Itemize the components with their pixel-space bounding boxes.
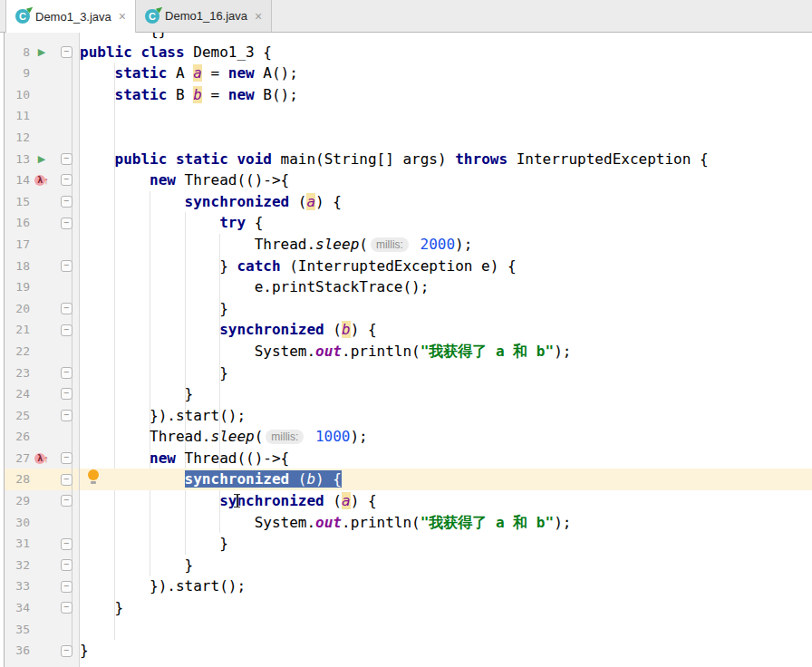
fold-marker-icon[interactable]: −: [61, 218, 72, 229]
tab-demo1-3-java[interactable]: C Demo1_3.java ×: [5, 0, 136, 33]
code-text[interactable]: Thread.sleep(millis: 2000);: [80, 234, 472, 256]
code-token-pl: {: [246, 214, 263, 231]
code-text[interactable]: synchronized (a) {: [80, 490, 377, 512]
code-text[interactable]: public class Demo1_3 {: [80, 42, 272, 63]
code-text[interactable]: new Thread(()->{: [80, 169, 289, 191]
fold-marker-icon[interactable]: −: [61, 645, 72, 657]
code-token-pl: }).start();: [80, 577, 246, 594]
code-token-num: 1000: [315, 428, 351, 445]
fold-column: −: [53, 383, 79, 405]
code-text[interactable]: }: [80, 533, 228, 555]
code-token-pl: }).start();: [80, 407, 246, 424]
code-token-pl: [80, 321, 219, 338]
code-text[interactable]: {}: [80, 33, 167, 42]
code-text[interactable]: }: [80, 555, 193, 576]
code-token-kw: static: [115, 64, 168, 82]
code-line-18: 18− } catch (InterruptedException e) {: [0, 256, 812, 277]
code-token-pl: (: [255, 428, 264, 445]
code-text[interactable]: e.printStackTrace();: [80, 276, 429, 298]
code-token-pl: main(String[] args): [272, 150, 455, 168]
code-token-pl: [80, 193, 185, 210]
panel-splitter[interactable]: [0, 33, 5, 667]
lambda-gutter-icon[interactable]: λ↑: [30, 169, 53, 191]
gutter-icon-slot: [30, 127, 53, 149]
code-line-30: 30 System.out.println("我获得了 a 和 b");: [0, 512, 812, 534]
run-arrow-glyph: ▶: [38, 46, 45, 58]
fold-marker-icon[interactable]: −: [61, 46, 72, 58]
code-text[interactable]: System.out.println("我获得了 a 和 b");: [80, 341, 571, 362]
code-token-pl: [306, 428, 315, 445]
run-gutter-icon[interactable]: ▶: [30, 42, 53, 63]
fold-column: [53, 84, 79, 106]
fold-marker-icon[interactable]: −: [61, 324, 72, 336]
fold-marker-icon[interactable]: −: [61, 410, 72, 421]
gutter-icon-slot: [30, 84, 53, 106]
run-gutter-icon[interactable]: ▶: [30, 149, 53, 170]
code-text[interactable]: try {: [80, 212, 263, 234]
code-text[interactable]: }).start();: [80, 575, 246, 597]
tab-label: Demo1_16.java: [165, 9, 247, 23]
fold-marker-icon[interactable]: −: [61, 538, 72, 550]
fold-column: −: [53, 42, 79, 63]
fold-marker-icon[interactable]: −: [61, 196, 72, 208]
gutter-icon-slot: [30, 426, 53, 448]
code-text[interactable]: } catch (InterruptedException e) {: [80, 256, 517, 277]
code-token-pl: (: [359, 236, 368, 253]
fold-column: [53, 127, 79, 149]
code-text[interactable]: }: [80, 362, 228, 384]
fold-column: −: [53, 640, 79, 662]
lambda-gutter-icon[interactable]: λ↑: [30, 448, 53, 469]
fold-marker-icon[interactable]: −: [61, 452, 72, 464]
fold-column: [53, 63, 79, 84]
fold-marker-icon[interactable]: −: [61, 602, 72, 614]
fold-column: −: [53, 533, 79, 555]
code-text[interactable]: new Thread(()->{: [80, 448, 289, 469]
code-token-sel: (: [289, 470, 306, 488]
code-text[interactable]: }: [80, 640, 89, 662]
code-line-11: 11: [0, 105, 812, 127]
code-token-pl: Demo1_3 {: [185, 44, 272, 61]
code-text[interactable]: }: [80, 597, 123, 619]
code-token-pl: A();: [255, 64, 298, 82]
fold-marker-icon[interactable]: −: [61, 581, 72, 593]
code-text[interactable]: }).start();: [80, 405, 246, 427]
code-line-28: 28− synchronized (b) {: [0, 469, 812, 490]
code-token-seli: b: [306, 470, 315, 488]
code-token-kw: class: [140, 44, 184, 61]
code-text[interactable]: static B b = new B();: [80, 84, 298, 106]
intention-bulb-icon[interactable]: [88, 469, 99, 484]
code-text[interactable]: synchronized (b) {: [80, 319, 377, 341]
code-token-pl: );: [554, 514, 571, 531]
fold-marker-icon[interactable]: −: [61, 559, 72, 571]
fold-marker-icon[interactable]: −: [61, 367, 72, 379]
fold-marker-icon[interactable]: −: [61, 388, 72, 400]
code-text[interactable]: synchronized (a) {: [80, 191, 342, 213]
code-token-pl: }: [80, 257, 237, 275]
fold-marker-icon[interactable]: −: [61, 260, 72, 272]
fold-marker-icon[interactable]: −: [61, 474, 72, 486]
fold-marker-icon[interactable]: −: [61, 495, 72, 507]
code-token-kw: new: [150, 171, 176, 188]
code-text[interactable]: }: [80, 383, 193, 405]
code-text[interactable]: }: [80, 298, 228, 320]
tab-close-icon[interactable]: ×: [255, 10, 262, 23]
code-line-10: 10 static B b = new B();: [0, 84, 812, 106]
code-token-pl: =: [202, 86, 228, 103]
fold-marker-icon[interactable]: −: [61, 153, 72, 165]
tab-demo1-16-java[interactable]: C Demo1_16.java ×: [136, 0, 272, 32]
code-line-34: 34− }: [0, 597, 812, 619]
code-token-fvh: a: [306, 193, 315, 210]
tab-close-icon[interactable]: ×: [119, 10, 126, 23]
code-text[interactable]: synchronized (b) {: [80, 469, 342, 490]
code-text[interactable]: Thread.sleep(millis: 1000);: [80, 426, 368, 448]
fold-marker-icon[interactable]: −: [61, 174, 72, 186]
gutter-icon-slot: [30, 512, 53, 534]
editor-tab-bar: C Demo1_3.java × C Demo1_16.java ×: [0, 0, 812, 33]
code-text[interactable]: System.out.println("我获得了 a 和 b");: [80, 512, 571, 534]
code-line-33: 33− }).start();: [0, 575, 812, 597]
code-line-32: 32− }: [0, 555, 812, 576]
fold-marker-icon[interactable]: −: [61, 303, 72, 314]
code-token-pl: System.: [80, 514, 315, 531]
code-text[interactable]: static A a = new A();: [80, 63, 298, 84]
code-text[interactable]: public static void main(String[] args) t…: [80, 149, 709, 170]
